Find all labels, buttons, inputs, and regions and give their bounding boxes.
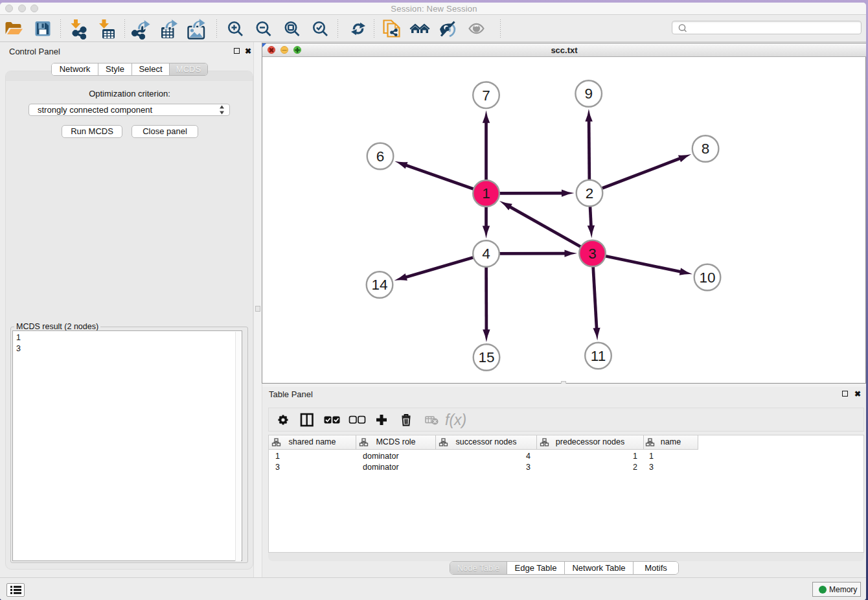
svg-text:1: 1 [482,185,490,202]
svg-text:9: 9 [584,86,593,102]
svg-text:14: 14 [371,277,387,293]
svg-text:4: 4 [482,246,490,262]
svg-text:f(x): f(x) [445,411,466,428]
svg-text:3: 3 [588,246,597,262]
svg-text:10: 10 [699,270,715,286]
svg-text:6: 6 [376,148,385,165]
svg-text:7: 7 [482,87,490,104]
svg-text:2: 2 [586,185,594,202]
svg-text:11: 11 [591,348,606,364]
svg-text:8: 8 [702,141,710,157]
svg-text:15: 15 [478,349,494,365]
